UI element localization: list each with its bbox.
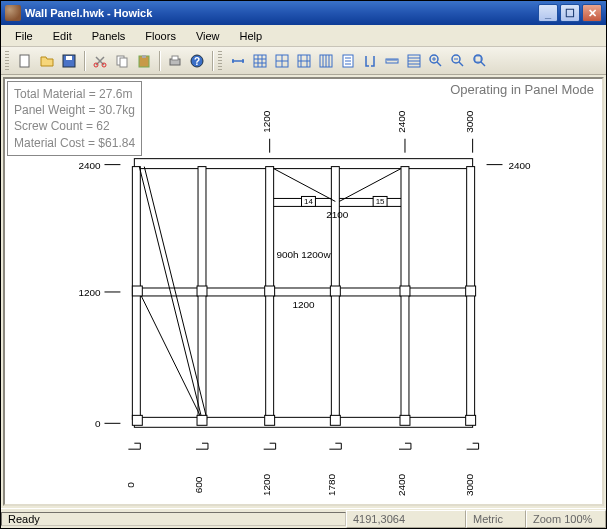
svg-rect-54 <box>466 415 476 425</box>
window-title: Wall Panel.hwk - Howick <box>25 7 538 19</box>
svg-rect-23 <box>475 56 481 62</box>
svg-rect-53 <box>400 415 410 425</box>
copy-icon[interactable] <box>112 51 132 71</box>
grid4-icon[interactable] <box>316 51 336 71</box>
svg-rect-48 <box>466 286 476 296</box>
panel-drawing: 14 15 <box>5 89 602 506</box>
menu-help[interactable]: Help <box>230 27 273 45</box>
svg-text:2400: 2400 <box>396 473 407 496</box>
zoom-out-icon[interactable] <box>448 51 468 71</box>
svg-line-34 <box>139 167 202 420</box>
svg-text:2100: 2100 <box>326 209 349 220</box>
svg-text:600: 600 <box>193 476 204 493</box>
svg-text:15: 15 <box>376 197 385 206</box>
svg-text:3000: 3000 <box>464 473 475 496</box>
svg-text:?: ? <box>194 56 200 67</box>
list-icon[interactable] <box>338 51 358 71</box>
svg-text:3000: 3000 <box>464 110 475 133</box>
svg-text:900h 1200w: 900h 1200w <box>276 249 331 260</box>
toolbar-grip-2[interactable] <box>218 51 222 71</box>
svg-text:1200: 1200 <box>261 473 272 496</box>
svg-rect-46 <box>330 286 340 296</box>
svg-rect-25 <box>134 417 472 427</box>
svg-rect-44 <box>197 286 207 296</box>
cut-icon[interactable] <box>90 51 110 71</box>
paste-icon[interactable] <box>134 51 154 71</box>
svg-rect-52 <box>330 415 340 425</box>
app-icon <box>5 5 21 21</box>
svg-rect-2 <box>66 56 72 60</box>
bracket-icon[interactable] <box>360 51 380 71</box>
svg-line-36 <box>139 292 202 419</box>
svg-text:14: 14 <box>304 197 313 206</box>
menu-file[interactable]: File <box>5 27 43 45</box>
menu-panels[interactable]: Panels <box>82 27 136 45</box>
dim-horiz-icon[interactable] <box>228 51 248 71</box>
svg-rect-10 <box>172 56 178 60</box>
help-icon[interactable]: ? <box>187 51 207 71</box>
status-coords: 4191,3064 <box>346 510 466 528</box>
status-units: Metric <box>466 510 526 528</box>
svg-rect-26 <box>134 288 472 296</box>
svg-rect-6 <box>120 58 127 67</box>
svg-text:0: 0 <box>125 482 136 488</box>
grid5-icon[interactable] <box>404 51 424 71</box>
print-icon[interactable] <box>165 51 185 71</box>
svg-rect-13 <box>254 55 266 67</box>
svg-rect-0 <box>20 55 29 67</box>
open-icon[interactable] <box>37 51 57 71</box>
status-zoom: Zoom 100% <box>526 510 606 528</box>
svg-text:0: 0 <box>95 418 101 429</box>
svg-line-38 <box>339 169 401 202</box>
close-button[interactable]: ✕ <box>582 4 602 22</box>
new-icon[interactable] <box>15 51 35 71</box>
maximize-button[interactable]: ☐ <box>560 4 580 22</box>
svg-rect-8 <box>142 55 146 58</box>
status-ready: Ready <box>1 512 346 526</box>
svg-text:1200: 1200 <box>292 299 315 310</box>
svg-text:2400: 2400 <box>396 110 407 133</box>
zoom-in-icon[interactable] <box>426 51 446 71</box>
grid3-icon[interactable] <box>294 51 314 71</box>
svg-text:2400: 2400 <box>508 160 531 171</box>
svg-text:1780: 1780 <box>326 473 337 496</box>
title-app: Howick <box>114 7 153 19</box>
grid1-icon[interactable] <box>250 51 270 71</box>
svg-rect-45 <box>265 286 275 296</box>
menu-edit[interactable]: Edit <box>43 27 82 45</box>
canvas[interactable]: Total Material = 27.6m Panel Weight = 30… <box>3 77 604 506</box>
toolbar-grip[interactable] <box>5 51 9 71</box>
svg-rect-51 <box>265 415 275 425</box>
window-controls: _ ☐ ✕ <box>538 4 602 22</box>
svg-rect-50 <box>197 415 207 425</box>
grid2-icon[interactable] <box>272 51 292 71</box>
svg-rect-43 <box>132 286 142 296</box>
svg-text:1200: 1200 <box>261 110 272 133</box>
svg-rect-49 <box>132 415 142 425</box>
menu-view[interactable]: View <box>186 27 230 45</box>
svg-text:1200: 1200 <box>78 287 101 298</box>
zoom-fit-icon[interactable] <box>470 51 490 71</box>
statusbar: Ready 4191,3064 Metric Zoom 100% <box>1 508 606 528</box>
frame: 14 15 <box>132 159 475 428</box>
svg-rect-47 <box>400 286 410 296</box>
titlebar: Wall Panel.hwk - Howick _ ☐ ✕ <box>1 1 606 25</box>
menu-floors[interactable]: Floors <box>135 27 186 45</box>
ruler-icon[interactable] <box>382 51 402 71</box>
menubar: File Edit Panels Floors View Help <box>1 25 606 47</box>
svg-rect-24 <box>134 159 472 169</box>
minimize-button[interactable]: _ <box>538 4 558 22</box>
toolbar: ? <box>1 47 606 75</box>
title-file: Wall Panel.hwk <box>25 7 104 19</box>
save-icon[interactable] <box>59 51 79 71</box>
svg-text:2400: 2400 <box>78 160 101 171</box>
